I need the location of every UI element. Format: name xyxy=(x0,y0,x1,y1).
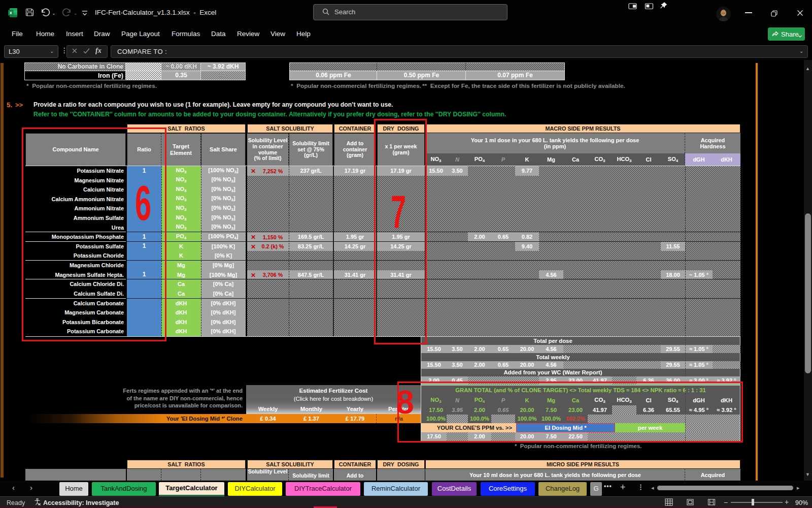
svg-text:x: x xyxy=(10,10,12,15)
